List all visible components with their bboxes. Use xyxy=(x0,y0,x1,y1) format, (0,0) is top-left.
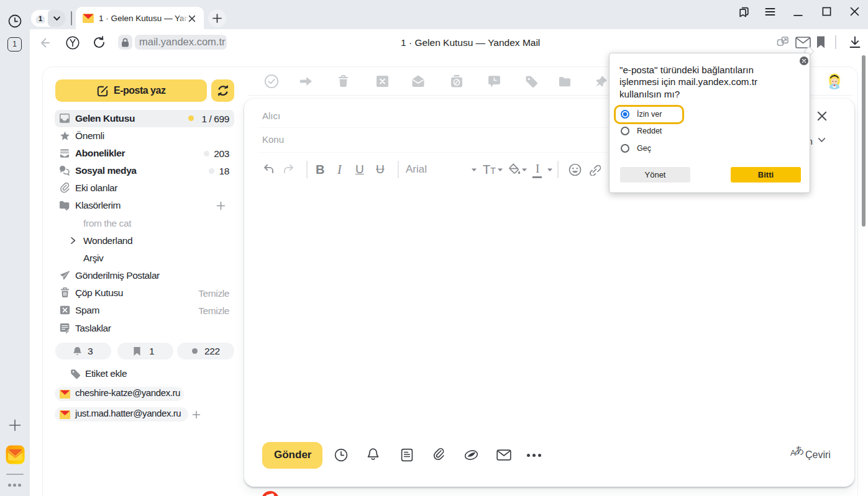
svg-text:1: 1 xyxy=(39,15,42,22)
